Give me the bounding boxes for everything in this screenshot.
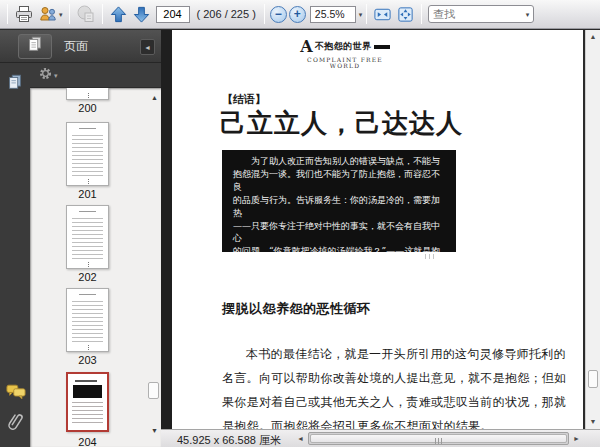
thumb-quote-box — [73, 385, 102, 398]
next-page-button[interactable] — [130, 4, 153, 25]
page-number-input[interactable] — [156, 6, 190, 23]
section-tag: 【结语】 — [222, 92, 266, 107]
chevron-down-icon: ▾ — [59, 11, 63, 18]
share-users-button[interactable]: ▾ — [36, 3, 65, 25]
find-input[interactable] — [433, 8, 524, 20]
body-line: 是抱怨。而抱怨将会招引更多你不想面对的结果。 — [222, 414, 562, 429]
thumbnail-page-201[interactable] — [66, 122, 109, 186]
comments-icon[interactable] — [6, 383, 26, 405]
document-page[interactable]: A 不抱怨的世界 COMPLAINT FREE WORLD 【结语】 己立立人，… — [172, 30, 585, 429]
print-button[interactable] — [12, 3, 36, 25]
thumbnail-options-bar: ▾ — [30, 63, 161, 88]
thumbnail-label: 202 — [66, 271, 109, 283]
chapter-title: 己立立人，己达达人 — [220, 106, 463, 141]
thumb-text-lines — [72, 135, 103, 177]
thumb-dots — [88, 93, 89, 98]
thumbnail-page-203[interactable] — [66, 288, 109, 352]
zoom-level-value[interactable]: 25.5% — [310, 6, 356, 23]
scrollbar-grip — [435, 438, 443, 444]
bookmarks-icon[interactable] — [6, 73, 24, 95]
pages-icon — [26, 35, 44, 57]
printer-icon — [14, 4, 34, 24]
pages-panel-title: 页面 — [64, 38, 88, 55]
horizontal-scrollbar[interactable] — [308, 432, 569, 445]
thumb-dots — [88, 179, 89, 184]
scroll-down-icon[interactable]: ▼ — [586, 418, 600, 425]
quote-line: 的问题。“你竟敢把冷掉的汤端给我？”——这就是抱 — [233, 245, 445, 252]
thumbnails-panel: ▾ 200 201 202 — [30, 63, 161, 447]
gear-icon[interactable] — [38, 66, 53, 85]
logo-bar — [374, 45, 390, 49]
quote-box: 为了助人改正而告知别人的错误与缺点，不能与 抱怨混为一谈。我们也不能为了防止抱怨… — [222, 150, 456, 252]
thumb-dots — [88, 345, 89, 350]
divider-mark — [425, 254, 437, 259]
fit-page-button[interactable] — [394, 4, 417, 25]
thumbs-scroll-down-icon[interactable]: ▼ — [151, 427, 158, 434]
thumbnail-page-202[interactable] — [66, 205, 109, 269]
toolbar: ▾ ( 206 / 225 ) − + 25.5% ▾ ▾ — [0, 0, 600, 29]
pdf-reader-window: ▾ ( 206 / 225 ) − + 25.5% ▾ ▾ — [0, 0, 600, 447]
zoom-out-button[interactable]: − — [270, 6, 287, 23]
attachment-paperclip-icon[interactable] — [6, 411, 24, 435]
body-line: 名言。向可以帮助你改善处境的人提出意见，就不是抱怨；但如 — [222, 366, 562, 390]
thumb-text-lines — [72, 301, 103, 343]
previous-page-button[interactable] — [107, 4, 130, 25]
quote-line: 的品质与行为。告诉服务生：你的汤是冷的，需要加热 — [233, 194, 445, 220]
thumbnail-label: 204 — [66, 436, 109, 447]
zoom-in-button[interactable]: + — [289, 6, 306, 23]
toolbar-separator — [421, 4, 422, 24]
book-logo: A 不抱怨的世界 COMPLAINT FREE WORLD — [292, 38, 398, 70]
arrow-down-icon — [132, 5, 151, 24]
scroll-right-icon[interactable]: ► — [573, 435, 580, 442]
navigation-sidebar: 页面 ◄ ▾ 200 201 — [0, 30, 161, 447]
page-dimensions-label: 45.925 x 66.588 厘米 — [177, 433, 281, 447]
document-view: A 不抱怨的世界 COMPLAINT FREE WORLD 【结语】 己立立人，… — [161, 30, 600, 429]
toolbar-separator — [264, 4, 265, 24]
thumb-heading-line — [79, 211, 95, 212]
users-icon — [38, 4, 58, 24]
status-bar: 45.925 x 66.588 厘米 ◄ ► — [161, 429, 600, 447]
toolbar-separator — [69, 4, 70, 24]
thumb-heading-line — [79, 294, 95, 295]
pages-panel-header: 页面 ◄ — [0, 30, 161, 63]
logo-title: 不抱怨的世界 — [315, 42, 372, 52]
find-box[interactable]: ▾ — [428, 5, 534, 23]
thumb-text-lines — [72, 218, 103, 260]
logo-initial: A — [300, 38, 312, 56]
fit-width-button[interactable] — [371, 4, 394, 25]
body-paragraph: 本书的最佳结论，就是一开头所引用的这句灵修导师托利的 名言。向可以帮助你改善处境… — [222, 342, 562, 429]
thumb-heading-line — [79, 128, 95, 129]
thumbnail-label: 201 — [66, 188, 109, 200]
thumbnail-page-200[interactable] — [66, 88, 109, 100]
section-subheading: 摆脱以怨养怨的恶性循环 — [222, 300, 371, 318]
gear-dropdown-caret[interactable]: ▾ — [54, 72, 58, 79]
quote-line: ——只要你专注于绝对中性的事实，就不会有自我中心 — [233, 220, 445, 246]
page-count-label: ( 206 / 225 ) — [197, 8, 256, 20]
logo-subtitle: COMPLAINT FREE WORLD — [292, 57, 398, 70]
fit-page-icon — [396, 5, 415, 24]
collapse-panel-button[interactable]: ◄ — [140, 39, 155, 55]
zoom-dropdown-caret[interactable]: ▾ — [359, 11, 363, 18]
quote-line: 抱怨混为一谈。我们也不能为了防止抱怨，而容忍不良 — [233, 168, 445, 194]
thumb-heading-line — [75, 380, 97, 382]
thumb-text-lines — [72, 402, 103, 424]
thumbnail-label: 200 — [66, 102, 109, 114]
thumbs-scroll-up-icon[interactable]: ▲ — [151, 94, 158, 101]
horizontal-scrollbar-thumb[interactable] — [310, 434, 567, 443]
vertical-scrollbar[interactable]: ▲ ▼ — [585, 30, 600, 429]
thumbs-scrollbar-thumb[interactable] — [148, 382, 159, 399]
toolbar-separator — [102, 4, 103, 24]
collaborate-icon — [76, 4, 96, 24]
arrow-up-icon — [109, 5, 128, 24]
pages-panel-button[interactable] — [18, 34, 52, 59]
toolbar-separator — [7, 4, 8, 24]
scroll-up-icon[interactable]: ▲ — [586, 33, 600, 40]
thumb-dots — [88, 262, 89, 267]
body-line: 果你是对着自己或其他无关之人，责难或悲叹当前的状况，那就 — [222, 390, 562, 414]
vertical-scrollbar-thumb[interactable] — [588, 370, 598, 388]
thumbnail-page-204-current[interactable] — [66, 372, 109, 432]
thumbnail-list[interactable]: 200 201 202 203 — [30, 88, 161, 447]
body-line: 本书的最佳结论，就是一开头所引用的这句灵修导师托利的 — [222, 342, 562, 366]
scroll-left-icon[interactable]: ◄ — [297, 435, 304, 442]
find-dropdown-caret[interactable]: ▾ — [526, 11, 530, 18]
